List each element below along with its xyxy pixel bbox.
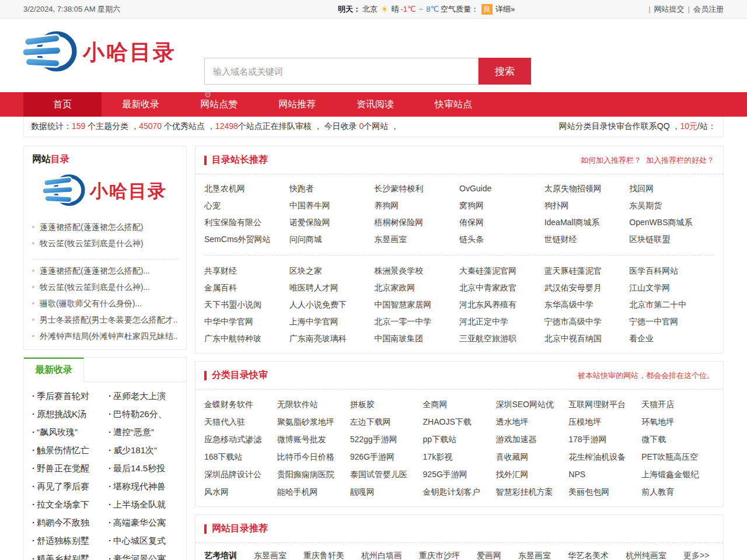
site-link[interactable]: 区块之家: [289, 262, 375, 279]
list-item[interactable]: 舒适独栋别墅: [29, 532, 105, 550]
more-link[interactable]: 更多>>: [683, 551, 709, 560]
list-item[interactable]: 豪华河景公寓: [105, 550, 181, 560]
search-button[interactable]: 搜索: [479, 58, 531, 85]
site-link[interactable]: 华艺名美术: [568, 551, 609, 560]
site-link[interactable]: 大秦硅藻泥官网: [459, 262, 544, 279]
nav-item-likes[interactable]: 网站点赞: [180, 92, 258, 117]
list-item[interactable]: 中心城区复式: [105, 532, 181, 550]
site-submit-link[interactable]: 网站提交: [654, 4, 685, 15]
site-link[interactable]: 中国南玻集团: [374, 330, 459, 347]
site-link[interactable]: 透水地坪: [495, 413, 568, 430]
list-item[interactable]: 蓬蓬裙搭配(蓬蓬裙怎么搭配): [32, 219, 178, 236]
site-link[interactable]: 无限软件站: [277, 396, 350, 413]
site-link[interactable]: 东昱画室: [518, 551, 551, 560]
site-link[interactable]: 广东中航特种玻: [204, 330, 289, 347]
site-link[interactable]: 金蝶财务软件: [204, 396, 277, 413]
site-link[interactable]: 狗扑网: [544, 197, 630, 214]
site-link[interactable]: 中国养牛网: [289, 197, 375, 214]
site-link[interactable]: 杭州纯画室: [626, 551, 666, 560]
site-link[interactable]: 侑保网: [459, 214, 544, 231]
site-link[interactable]: 泰国试管婴儿医: [350, 466, 423, 483]
site-link[interactable]: 北京市第二十中: [629, 296, 714, 313]
search-input[interactable]: [204, 58, 479, 85]
site-link[interactable]: 共享财经: [204, 262, 289, 279]
how-to-join-link[interactable]: 如何加入推荐栏？: [581, 155, 641, 166]
list-item[interactable]: “飙风玫瑰”: [29, 424, 105, 442]
site-logo[interactable]: 小哈目录: [23, 28, 176, 77]
site-link[interactable]: 东昱画室: [374, 231, 459, 248]
site-link[interactable]: 能哈手机网: [277, 483, 350, 501]
site-link[interactable]: 游戏加速器: [495, 430, 568, 448]
site-link[interactable]: 东华高级中学: [544, 296, 630, 313]
site-link[interactable]: 找外汇网: [495, 466, 568, 483]
site-link[interactable]: 株洲景炎学校: [374, 262, 459, 279]
site-link[interactable]: NPS: [568, 466, 641, 483]
site-link[interactable]: 人人小说免费下: [289, 296, 375, 313]
site-link[interactable]: 爱画网: [477, 551, 501, 560]
site-link[interactable]: 17k影视: [423, 448, 496, 466]
site-link[interactable]: 深圳品牌设计公: [204, 466, 277, 483]
site-link[interactable]: 问问商城: [289, 231, 375, 248]
site-link[interactable]: 花生榨油机设备: [568, 448, 641, 466]
site-link[interactable]: 比特币今日价格: [277, 448, 350, 466]
site-link[interactable]: 利宝保险有限公: [204, 214, 289, 231]
site-link[interactable]: 925G手游网: [423, 466, 496, 483]
list-item[interactable]: 鹈鹕今不敌独: [29, 514, 105, 532]
site-link[interactable]: SemCms外贸网站: [204, 231, 289, 248]
site-link[interactable]: 左边下载网: [350, 413, 423, 430]
site-link[interactable]: 压模地坪: [568, 413, 641, 430]
list-item[interactable]: 精美乡村别墅: [29, 550, 105, 560]
site-link[interactable]: ZHAOJS下载: [423, 413, 496, 430]
site-link[interactable]: 风水网: [204, 483, 277, 501]
site-link[interactable]: 东吴期货: [629, 197, 714, 214]
site-link[interactable]: 北京家政网: [374, 279, 459, 296]
weather-detail-link[interactable]: 详细»: [495, 4, 515, 15]
nav-item-fast-review[interactable]: 快审站点: [414, 92, 493, 117]
site-link[interactable]: 东昱画室: [254, 551, 287, 560]
site-link[interactable]: OpenWBS商城系: [629, 214, 714, 231]
site-link[interactable]: 长沙蒙特梭利: [374, 180, 459, 197]
nav-item-latest[interactable]: 最新收录: [102, 92, 180, 117]
site-link[interactable]: 金钥匙计划客户: [423, 483, 496, 501]
site-link[interactable]: 应急移动式渗滤: [204, 430, 277, 448]
site-link[interactable]: 北垦农机网: [204, 180, 289, 197]
site-link[interactable]: 178手游网: [568, 430, 641, 448]
site-link[interactable]: 金属百科: [204, 279, 289, 296]
member-register-link[interactable]: 会员注册: [693, 4, 724, 15]
site-link[interactable]: 医学百科网站: [629, 262, 714, 279]
site-link[interactable]: 上海锻鑫金银纪: [641, 466, 714, 483]
site-link[interactable]: 看企业: [629, 330, 714, 347]
site-link[interactable]: 智慧彩挂机方案: [495, 483, 568, 501]
nav-item-home[interactable]: 首页: [23, 92, 102, 117]
site-link[interactable]: 梧桐树保险网: [374, 214, 459, 231]
site-link[interactable]: pp下载站: [423, 430, 496, 448]
site-link[interactable]: 微博账号批发: [277, 430, 350, 448]
site-link[interactable]: 江山文学网: [629, 279, 714, 296]
site-link[interactable]: 链头条: [459, 231, 544, 248]
site-link[interactable]: 唯医聘人才网: [289, 279, 375, 296]
site-link[interactable]: 522gg手游网: [350, 430, 423, 448]
site-link[interactable]: 武汉佑安母婴月: [544, 279, 630, 296]
site-link[interactable]: 三亚航空旅游职: [459, 330, 544, 347]
site-link[interactable]: 区块链联盟: [629, 231, 714, 248]
site-link[interactable]: 宁德市高级中学: [544, 313, 630, 330]
list-item[interactable]: 遭控“恶意”: [105, 424, 181, 442]
site-link[interactable]: 广东南亮玻璃科: [289, 330, 375, 347]
gear-icon[interactable]: ⚙: [204, 90, 212, 99]
site-link[interactable]: 168下载站: [204, 448, 277, 466]
list-item[interactable]: 巴特勒26分、: [105, 405, 181, 424]
site-link[interactable]: 天下书盟小说阅: [204, 296, 289, 313]
site-link[interactable]: 深圳SEO网站优: [495, 396, 568, 413]
site-link[interactable]: 诺爱保险网: [289, 214, 375, 231]
site-link[interactable]: 环氧地坪: [641, 413, 714, 430]
site-link[interactable]: 贵阳癫痫病医院: [277, 466, 350, 483]
site-link[interactable]: 河北东风养殖有: [459, 296, 544, 313]
list-item[interactable]: 触景伤情忆亡: [29, 442, 105, 460]
site-link[interactable]: 窝狗网: [459, 197, 544, 214]
category-label[interactable]: 艺考培训: [204, 551, 237, 560]
list-item[interactable]: 男士冬装搭配(男士冬装要怎么搭配才...: [32, 312, 178, 328]
site-link[interactable]: 全商网: [423, 396, 496, 413]
site-link[interactable]: 互联网理财平台: [568, 396, 641, 413]
site-link[interactable]: 微下载: [641, 430, 714, 448]
site-link[interactable]: 中华中学官网: [204, 313, 289, 330]
